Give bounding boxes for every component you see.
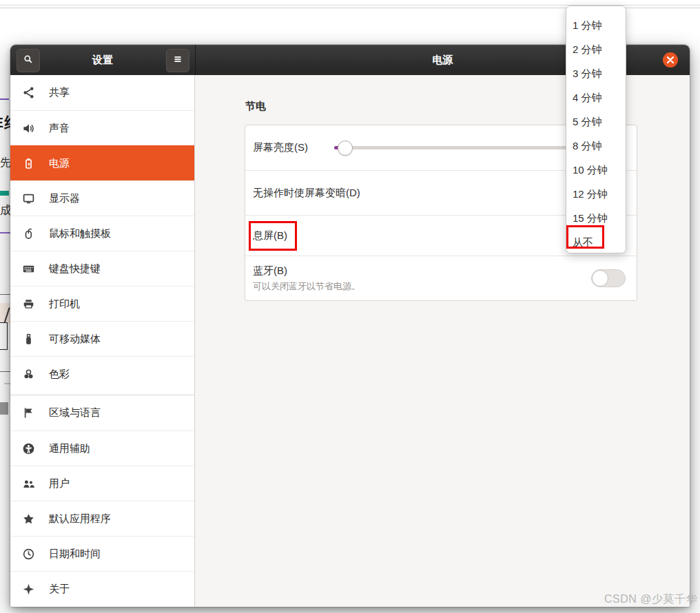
background-text-fragment: 先 xyxy=(0,156,10,169)
color-circles-icon xyxy=(21,367,35,381)
power-icon xyxy=(21,156,35,170)
sidebar-item-default-apps[interactable]: 默认应用程序 xyxy=(10,501,194,536)
dropdown-option-4min[interactable]: 4 分钟 xyxy=(566,85,626,110)
section-title: 节电 xyxy=(245,100,266,113)
screen-brightness-label: 屏幕亮度(S) xyxy=(253,141,308,154)
background-box-outline xyxy=(0,322,8,350)
blank-screen-dropdown-menu: 1 分钟 2 分钟 3 分钟 4 分钟 5 分钟 8 分钟 10 分钟 12 分… xyxy=(566,6,626,253)
background-heading-fragment: E纟 xyxy=(0,113,11,132)
sidebar-item-label: 默认应用程序 xyxy=(49,512,111,526)
screen: E纟 先 成 设置 xyxy=(0,0,700,613)
watermark: CSDN @少莫千华 xyxy=(604,592,697,607)
sidebar-header: 设置 xyxy=(10,45,196,75)
usb-drive-icon xyxy=(21,332,35,346)
background-teal-bar xyxy=(0,191,9,196)
sidebar-item-mouse-touchpad[interactable]: 鼠标和触摸板 xyxy=(10,216,194,251)
display-icon xyxy=(21,191,35,205)
dropdown-option-1min[interactable]: 1 分钟 xyxy=(566,13,626,37)
dropdown-option-2min[interactable]: 2 分钟 xyxy=(566,37,626,61)
sidebar-item-printers[interactable]: 打印机 xyxy=(10,286,194,321)
sidebar-item-label: 电源 xyxy=(49,157,70,170)
dropdown-option-never[interactable]: 从不 xyxy=(566,230,626,254)
bluetooth-label: 蓝牙(B) xyxy=(253,264,360,278)
background-gray-block xyxy=(0,402,8,415)
blank-screen-label: 息屏(B) xyxy=(253,229,287,242)
dropdown-option-15min[interactable]: 15 分钟 xyxy=(566,206,626,230)
sidebar-item-label: 声音 xyxy=(49,122,70,135)
bluetooth-subtitle: 可以关闭蓝牙以节省电源。 xyxy=(253,280,360,293)
dim-screen-label: 无操作时使屏幕变暗(D) xyxy=(253,187,360,200)
slider-handle[interactable] xyxy=(338,141,353,156)
bluetooth-text: 蓝牙(B) 可以关闭蓝牙以节省电源。 xyxy=(253,264,360,293)
sidebar-item-label: 通用辅助 xyxy=(49,442,90,455)
dropdown-option-10min[interactable]: 10 分钟 xyxy=(566,158,626,182)
keyboard-icon xyxy=(21,262,35,276)
dropdown-option-3min[interactable]: 3 分钟 xyxy=(566,61,626,85)
sound-icon xyxy=(21,121,35,135)
sidebar-item-label: 键盘快捷键 xyxy=(49,262,101,276)
sidebar-item-color[interactable]: 色彩 xyxy=(10,356,194,391)
hamburger-icon xyxy=(172,54,183,67)
background-purple-bar xyxy=(0,232,10,233)
sidebar-item-label: 鼠标和触摸板 xyxy=(49,227,111,240)
sidebar-item-power[interactable]: 电源 xyxy=(10,145,194,180)
background-line xyxy=(0,371,10,372)
dropdown-option-5min[interactable]: 5 分钟 xyxy=(566,110,626,134)
printer-icon xyxy=(21,297,35,311)
bluetooth-row: 蓝牙(B) 可以关闭蓝牙以节省电源。 xyxy=(245,256,637,300)
sidebar-item-region-language[interactable]: 区域与语言 xyxy=(10,395,194,430)
sidebar-item-label: 关于 xyxy=(49,583,70,596)
close-icon xyxy=(667,54,674,66)
sidebar-item-displays[interactable]: 显示器 xyxy=(10,180,194,216)
sidebar-item-sharing[interactable]: 共享 xyxy=(10,75,194,110)
background-text-fragment: 成 xyxy=(0,202,10,216)
sidebar-item-label: 区域与语言 xyxy=(49,406,101,419)
background-dash xyxy=(4,383,10,384)
sidebar-item-label: 用户 xyxy=(49,477,70,490)
share-icon xyxy=(21,86,35,100)
mouse-icon xyxy=(21,227,35,240)
bluetooth-toggle[interactable] xyxy=(591,269,626,287)
accessibility-icon xyxy=(21,441,35,455)
sidebar-item-label: 共享 xyxy=(49,86,70,99)
close-button[interactable] xyxy=(663,52,678,67)
sidebar-item-keyboard-shortcuts[interactable]: 键盘快捷键 xyxy=(10,251,194,286)
toggle-knob xyxy=(592,270,608,287)
menu-button[interactable] xyxy=(166,49,189,72)
sparkle-icon xyxy=(21,582,35,596)
dropdown-option-12min[interactable]: 12 分钟 xyxy=(566,182,626,206)
flag-icon xyxy=(21,406,35,420)
sidebar: 共享 声音 电源 显示器 鼠标和触摸板 键盘快捷键 xyxy=(10,75,195,607)
sidebar-item-accessibility[interactable]: 通用辅助 xyxy=(10,430,194,466)
clock-icon xyxy=(21,547,35,561)
sidebar-item-label: 打印机 xyxy=(49,298,80,311)
sidebar-item-users[interactable]: 用户 xyxy=(10,466,194,501)
sidebar-item-about[interactable]: 关于 xyxy=(10,571,194,606)
star-icon xyxy=(21,512,35,526)
sidebar-item-removable-media[interactable]: 可移动媒体 xyxy=(10,321,194,356)
users-icon xyxy=(21,477,35,490)
sidebar-item-label: 日期和时间 xyxy=(49,548,101,561)
sidebar-item-date-time[interactable]: 日期和时间 xyxy=(10,536,194,571)
dropdown-option-8min[interactable]: 8 分钟 xyxy=(566,134,626,158)
sidebar-item-label: 可移动媒体 xyxy=(49,333,101,346)
sidebar-item-label: 显示器 xyxy=(49,192,80,205)
background-purple-bar xyxy=(0,98,9,100)
background-line xyxy=(0,294,10,295)
sidebar-item-sound[interactable]: 声音 xyxy=(10,110,194,145)
sidebar-item-label: 色彩 xyxy=(49,368,70,381)
